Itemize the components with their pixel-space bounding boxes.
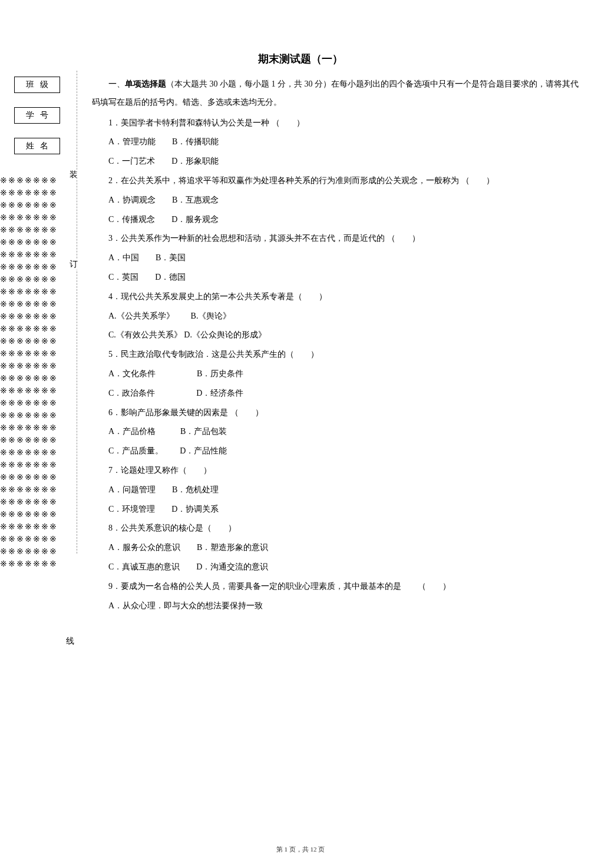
question-text: 1．美国学者卡特利普和森特认为公关是一种 （ ） (92, 114, 581, 132)
section-title: 单项选择题 (125, 79, 166, 88)
question-text: 4．现代公共关系发展史上的第一本公共关系专著是（ ） (92, 288, 581, 306)
question-text: 5．民主政治取代专制政治．这是公共关系产生的（ ） (92, 346, 581, 364)
class-field: 班级 (14, 77, 60, 93)
option-line: A．管理功能 B．传播职能 (92, 133, 581, 151)
option-line: C．英国 D．德国 (92, 269, 581, 287)
questions-container: 1．美国学者卡特利普和森特认为公关是一种 （ ）A．管理功能 B．传播职能C．一… (92, 114, 581, 615)
name-field: 姓名 (14, 138, 60, 154)
sidebar: 班级 学号 姓名 (0, 71, 77, 168)
option-line: A．文化条件 B．历史条件 (92, 365, 581, 383)
question-text: 2．在公共关系中，将追求平等和双赢作为处理各种关系的行为准则而形成的公关观念，一… (92, 172, 581, 190)
page-title: 期末测试题（一） (0, 0, 601, 72)
option-line: A.《公共关系学》 B.《舆论》 (92, 307, 581, 326)
option-line: C.《有效公共关系》 D.《公众舆论的形成》 (92, 326, 581, 344)
page-footer: 第 1 页，共 12 页 (0, 845, 601, 854)
question-text: 3．公共关系作为一种新的社会思想和活动，其源头并不在古代，而是近代的 （ ） (92, 230, 581, 248)
option-line: C．传播观念 D．服务观念 (92, 211, 581, 229)
option-line: C．真诚互惠的意识 D．沟通交流的意识 (92, 558, 581, 577)
binding-mark-zhuang: 装 (70, 170, 78, 180)
option-line: A．问题管理 B．危机处理 (92, 481, 581, 499)
main-content: 一、单项选择题（本大题共 30 小题，每小题 1 分，共 30 分）在每小题列出… (92, 75, 581, 615)
question-text: 9．要成为一名合格的公关人员，需要具备一定的职业心理素质，其中最基本的是 （ ） (92, 578, 581, 596)
student-id-field: 学号 (14, 107, 60, 124)
section-prefix: 一、 (108, 79, 125, 88)
question-text: 8．公共关系意识的核心是（ ） (92, 519, 581, 538)
option-line: A．中国 B．美国 (92, 249, 581, 267)
option-line: A．协调观念 B．互惠观念 (92, 191, 581, 210)
binding-mark-ding: 订 (70, 259, 78, 270)
binding-mark-xian: 线 (66, 636, 74, 647)
option-line: C．政治条件 D．经济条件 (92, 385, 581, 403)
binding-pattern: ※※※※※※※ ※※※※※※※ ※※※※※※※ ※※※※※※※ ※※※※※※※ … (0, 174, 65, 570)
question-text: 7．论题处理又称作（ ） (92, 462, 581, 480)
option-line: A．服务公众的意识 B．塑造形象的意识 (92, 539, 581, 557)
option-line: C．环境管理 D．协调关系 (92, 501, 581, 519)
option-line: A．产品价格 B．产品包装 (92, 423, 581, 441)
section-header: 一、单项选择题（本大题共 30 小题，每小题 1 分，共 30 分）在每小题列出… (92, 75, 581, 112)
question-text: 6．影响产品形象最关键的因素是 （ ） (92, 404, 581, 422)
option-line: C．产品质量。 D．产品性能 (92, 442, 581, 460)
option-line: A．从众心理．即与大众的想法要保持一致 (92, 597, 581, 615)
option-line: C．一门艺术 D．形象职能 (92, 153, 581, 171)
binding-line (77, 71, 77, 554)
